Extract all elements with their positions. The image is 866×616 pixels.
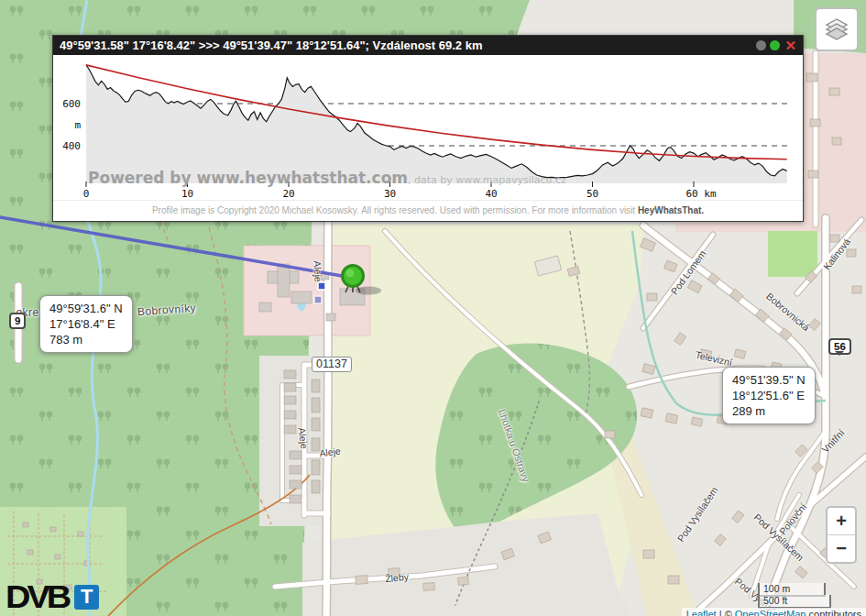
svg-text:50: 50 <box>586 188 598 200</box>
scale-control: 100 m 500 ft <box>758 583 831 609</box>
zoom-out-button[interactable]: − <box>828 534 855 562</box>
dvbt-logo: DVB T <box>5 579 99 614</box>
close-icon[interactable]: ✕ <box>784 38 796 52</box>
elevation-value: 783 m <box>49 332 123 347</box>
path-vertex-handle[interactable] <box>318 282 325 290</box>
road-shield-9: 9 <box>9 313 26 329</box>
watermark: Powered by www.heywhatsthat.com, data by… <box>88 169 566 187</box>
longitude-value: 18°12'51.6" E <box>732 388 806 403</box>
coordinate-tooltip-end: 49°51'39.5" N 18°12'51.6" E 289 m <box>722 367 816 424</box>
svg-text:400: 400 <box>62 140 81 152</box>
svg-text:60 km: 60 km <box>685 188 716 200</box>
dvb-logo-text: DVB <box>5 581 68 613</box>
watermark-suffix: , data by www.mapavysilacu.cz <box>408 174 566 186</box>
terrain-profile-fill <box>86 65 787 183</box>
caption-text: Profile image is Copyright 2020 Michael … <box>152 205 638 215</box>
path-midpoint-handle[interactable] <box>314 296 322 303</box>
profile-title: 49°59'31.58" 17°16'8.42" >>> 49°51'39.47… <box>60 38 752 52</box>
svg-text:40: 40 <box>485 188 497 200</box>
status-dot-gray[interactable] <box>756 40 766 50</box>
svg-text:m: m <box>74 119 81 131</box>
map-label: Aleje <box>312 260 324 282</box>
copyright-caption: Profile image is Copyright 2020 Michael … <box>53 200 803 221</box>
layers-control[interactable] <box>815 7 859 51</box>
zoom-control: + − <box>826 506 857 564</box>
route-ref-label: 01137 <box>312 357 352 372</box>
svg-text:0: 0 <box>83 188 90 200</box>
layers-icon <box>823 16 850 43</box>
elevation-value: 289 m <box>732 403 806 419</box>
latitude-value: 49°51'39.5" N <box>732 372 806 388</box>
latitude-value: 49°59'31.6" N <box>49 301 123 316</box>
attribution-separator: | © <box>717 609 735 616</box>
road-shield-56: 56 <box>828 338 851 355</box>
caption-brand: HeyWhatsThat. <box>638 205 704 215</box>
attribution-suffix: contributors <box>806 609 861 616</box>
svg-text:30: 30 <box>384 188 396 200</box>
longitude-value: 17°16'8.4" E <box>49 316 123 332</box>
attribution: Leaflet | © OpenStreetMap contributors <box>682 608 866 616</box>
svg-text:20: 20 <box>282 188 294 200</box>
dvbt-t-badge: T <box>74 585 99 610</box>
coordinate-tooltip-start: 49°59'31.6" N 17°16'8.4" E 783 m <box>39 295 133 353</box>
status-dot-green[interactable] <box>770 40 780 50</box>
leaflet-link[interactable]: Leaflet <box>686 609 717 616</box>
osm-link[interactable]: OpenStreetMap <box>735 609 806 616</box>
chart-y-axis: 600400m <box>62 98 81 152</box>
svg-text:10: 10 <box>181 188 193 200</box>
scale-imperial: 500 ft <box>758 595 831 609</box>
elevation-chart: 600400m 0102030405060 km Powered by www.… <box>53 55 803 200</box>
zoom-in-button[interactable]: + <box>828 508 855 534</box>
svg-text:600: 600 <box>62 98 81 110</box>
watermark-main: Powered by www.heywhatsthat.com <box>88 169 408 187</box>
elevation-profile-panel: 49°59'31.58" 17°16'8.42" >>> 49°51'39.47… <box>52 35 804 222</box>
map-application: BobrovníkyokreAlejeAlejeAlejeŽlebyPod Lo… <box>0 0 866 616</box>
profile-title-bar[interactable]: 49°59'31.58" 17°16'8.42" >>> 49°51'39.47… <box>53 36 803 55</box>
